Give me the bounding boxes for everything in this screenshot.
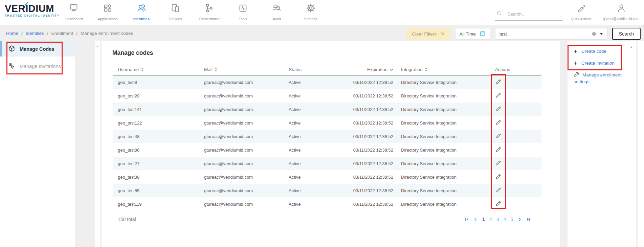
- breadcrumb-home[interactable]: Home: [6, 31, 18, 36]
- cell-integration: Directory Service Integration: [399, 134, 487, 139]
- cell-username: geo_test8: [113, 80, 204, 85]
- cell-username: geo_test122: [113, 120, 204, 126]
- edit-pencil-icon[interactable]: [495, 173, 502, 180]
- cell-expiration: 03/11/2022 12:38:52: [350, 202, 399, 207]
- dashboard-icon: [69, 3, 79, 15]
- manage-codes-panel: Manage codes Username Mail Status Expira…: [102, 41, 560, 247]
- filter-controls: Clear Filters ✕ All Time ⊗ Search: [406, 28, 641, 40]
- search-button[interactable]: Search: [612, 28, 641, 40]
- column-header-username[interactable]: Username: [113, 67, 204, 72]
- column-header-status[interactable]: Status: [289, 67, 350, 72]
- page-number[interactable]: 4: [503, 217, 506, 222]
- nav-item-orchestrator[interactable]: Orchestrator: [192, 0, 226, 25]
- table-search-input[interactable]: [499, 31, 589, 37]
- cell-mail: gtureac@veridiumid.com: [204, 93, 289, 98]
- nav-item-applications[interactable]: Applications: [91, 0, 125, 25]
- scroll-up-icon[interactable]: ▲: [96, 45, 99, 48]
- cell-status: Active: [289, 134, 350, 139]
- cell-integration: Directory Service Integration: [399, 161, 487, 166]
- edit-pencil-icon[interactable]: [495, 146, 502, 153]
- sort-icon: [425, 68, 427, 71]
- cell-integration: Directory Service Integration: [399, 175, 487, 180]
- audit-icon: [272, 3, 282, 15]
- cell-expiration: 03/11/2022 12:38:52: [350, 134, 399, 139]
- column-header-expiration[interactable]: Expiration: [350, 67, 399, 72]
- logo-wordmark: VER✓IDIUM: [5, 3, 60, 14]
- plus-icon: +: [574, 48, 577, 54]
- clear-filters-button[interactable]: Clear Filters ✕: [406, 28, 450, 40]
- sidebar-scrollbar[interactable]: ▲: [95, 41, 100, 247]
- cell-mail: gtureac@veridiumid.com: [204, 120, 289, 126]
- veridium-logo[interactable]: VER✓IDIUM TRUSTED DIGITAL IDENTITY: [5, 3, 60, 17]
- sort-icon: [141, 68, 143, 71]
- cell-expiration: 03/11/2022 12:38:52: [350, 120, 399, 126]
- create-code-button[interactable]: + Create code: [574, 48, 631, 54]
- table-row: geo_test86 gtureac@veridiumid.com Active…: [113, 143, 541, 157]
- applications-icon: [103, 3, 113, 15]
- edit-pencil-icon[interactable]: [495, 133, 502, 139]
- nav-item-devices[interactable]: Devices: [158, 0, 192, 25]
- cell-mail: gtureac@veridiumid.com: [204, 188, 289, 193]
- breadcrumb-separator: /: [76, 31, 77, 36]
- cell-mail: gtureac@veridiumid.com: [204, 161, 289, 166]
- cell-integration: Directory Service Integration: [399, 148, 487, 153]
- identities-icon: [136, 3, 147, 15]
- first-page-icon[interactable]: [465, 217, 469, 222]
- nav-item-tools[interactable]: Tools: [226, 0, 260, 25]
- sidebar-item-manage-codes[interactable]: Manage Codes: [0, 41, 75, 57]
- page-number[interactable]: 2: [489, 217, 492, 222]
- quick-actions-button[interactable]: Quick Actions: [571, 4, 592, 21]
- global-search-input[interactable]: [508, 12, 558, 17]
- last-page-icon[interactable]: [526, 217, 531, 222]
- create-invitation-label: Create invitation: [581, 61, 615, 66]
- nav-item-identities[interactable]: Identities: [125, 0, 158, 25]
- user-menu[interactable]: q`ctest@veridiumid.com: [598, 3, 644, 21]
- cell-username: geo_test86: [113, 148, 204, 153]
- column-header-integration[interactable]: Integration: [399, 67, 487, 72]
- table-row: geo_test38 gtureac@veridiumid.com Active…: [113, 170, 541, 184]
- next-page-icon[interactable]: [517, 217, 522, 222]
- plus-icon: +: [574, 60, 577, 66]
- cell-status: Active: [289, 161, 350, 166]
- nav-label: Dashboard: [65, 17, 83, 21]
- clear-search-icon[interactable]: ⊗: [592, 31, 596, 37]
- edit-pencil-icon[interactable]: [495, 160, 502, 166]
- nav-label: Identities: [133, 17, 150, 21]
- edit-pencil-icon[interactable]: [495, 106, 502, 112]
- column-header-mail[interactable]: Mail: [204, 67, 289, 72]
- time-filter-dropdown[interactable]: All Time: [455, 28, 490, 40]
- scroll-up-icon[interactable]: ▲: [630, 45, 633, 49]
- nav-label: Tools: [239, 17, 247, 21]
- edit-pencil-icon[interactable]: [495, 92, 502, 98]
- sidebar-item-manage-invitations[interactable]: Manage Invitations: [0, 59, 75, 74]
- edit-pencil-icon[interactable]: [495, 119, 502, 126]
- prev-page-icon[interactable]: [473, 217, 478, 222]
- manage-enrollment-settings-link[interactable]: Manage enrollment settings: [574, 72, 631, 85]
- cell-mail: gtureac@veridiumid.com: [204, 148, 289, 153]
- cell-mail: gtureac@veridiumid.com: [204, 202, 289, 207]
- page-number[interactable]: 3: [496, 217, 499, 222]
- nav-item-settings[interactable]: Settings: [294, 0, 328, 25]
- edit-pencil-icon[interactable]: [495, 200, 502, 207]
- create-invitation-button[interactable]: + Create invitation: [574, 60, 631, 66]
- total-count: 150 total: [118, 217, 136, 222]
- nav-item-dashboard[interactable]: Dashboard: [57, 0, 91, 25]
- nav-label: Orchestrator: [199, 17, 219, 21]
- page-scrollbar[interactable]: [638, 41, 644, 247]
- pagination: 12345: [465, 217, 531, 222]
- edit-pencil-icon[interactable]: [495, 78, 502, 85]
- calendar-icon: [479, 30, 486, 38]
- top-navbar: VER✓IDIUM TRUSTED DIGITAL IDENTITY Dashb…: [0, 0, 644, 25]
- cell-username: geo_test119: [113, 202, 204, 207]
- nav-item-audit[interactable]: Audit: [260, 0, 294, 25]
- cell-integration: Directory Service Integration: [399, 107, 487, 112]
- chevron-down-icon[interactable]: [600, 33, 603, 35]
- cell-integration: Directory Service Integration: [399, 120, 487, 126]
- edit-pencil-icon[interactable]: [495, 187, 502, 193]
- column-header-actions: Actions: [487, 67, 541, 72]
- page-number[interactable]: 5: [510, 217, 513, 222]
- page-number[interactable]: 1: [482, 217, 485, 222]
- cell-mail: gtureac@veridiumid.com: [204, 80, 289, 85]
- breadcrumb-identities[interactable]: Identities: [26, 31, 44, 36]
- cell-expiration: 03/11/2022 12:38:52: [350, 80, 399, 85]
